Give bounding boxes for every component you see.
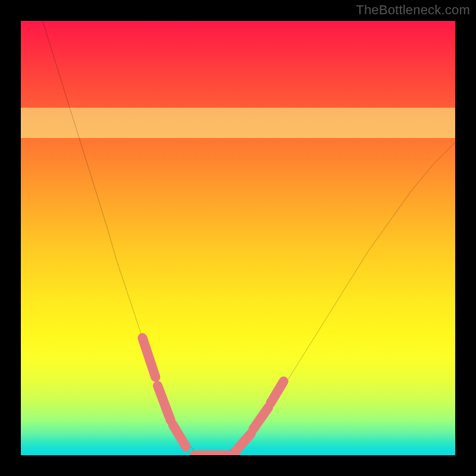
bottleneck-curve [43,21,456,455]
marker-segment [173,425,186,447]
plot-area [21,21,455,455]
watermark-label: TheBottleneck.com [356,2,470,18]
chart-frame: TheBottleneck.com [0,0,476,476]
marker-segment [236,434,251,451]
marker-segment [253,408,269,430]
curve-layer [21,21,455,455]
marker-segment [271,381,284,403]
marker-segment [158,386,171,420]
marker-segment [142,338,155,377]
marker-group [142,338,283,455]
